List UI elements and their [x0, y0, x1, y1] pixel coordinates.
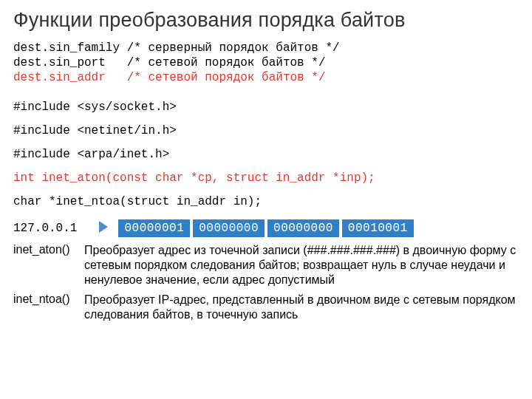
- definition-term: inet_aton(): [13, 243, 84, 256]
- byte-cell: 00000001: [118, 219, 190, 237]
- ip-conversion-row: 127.0.0.1 00000001 00000000 00000000 000…: [13, 219, 519, 237]
- byte-cell: 00000000: [267, 219, 339, 237]
- ip-string: 127.0.0.1: [13, 222, 77, 235]
- struct-comment: /* серверный порядок байтов */: [127, 41, 340, 55]
- struct-line: dest.sin_addr /* сетевой порядок байтов …: [13, 70, 519, 85]
- definition-text: Преобразует IP-адрес, представленный в д…: [84, 293, 519, 322]
- struct-line: dest.sin_family /* серверный порядок бай…: [13, 41, 519, 55]
- signature-ntoa: char *inet_ntoa(struct in_addr in);: [13, 194, 519, 209]
- struct-field: dest.sin_port: [13, 56, 120, 69]
- arrow-icon: [99, 221, 108, 233]
- definition-term: inet_ntoa(): [13, 293, 84, 306]
- struct-field: dest.sin_addr: [13, 71, 120, 84]
- struct-comment: /* сетевой порядок байтов */: [127, 71, 326, 84]
- definition-text: Преобразует адрес из точечной записи (##…: [84, 243, 519, 287]
- definition-row: inet_ntoa() Преобразует IP-адрес, предст…: [13, 293, 519, 322]
- include-line: #include <netinet/in.h>: [13, 123, 519, 138]
- byte-cell: 00000000: [193, 219, 265, 237]
- struct-field: dest.sin_family: [13, 41, 120, 55]
- includes-block: #include <sys/socket.h> #include <netine…: [13, 100, 519, 162]
- bytes-group: 00000001 00000000 00000000 00010001: [118, 219, 413, 237]
- struct-block: dest.sin_family /* серверный порядок бай…: [13, 41, 519, 85]
- struct-line: dest.sin_port /* сетевой порядок байтов …: [13, 55, 519, 70]
- definition-row: inet_aton() Преобразует адрес из точечно…: [13, 243, 519, 287]
- include-line: #include <sys/socket.h>: [13, 100, 519, 115]
- signature-aton: int inet_aton(const char *cp, struct in_…: [13, 171, 519, 185]
- include-line: #include <arpa/inet.h>: [13, 147, 519, 162]
- struct-comment: /* сетевой порядок байтов */: [127, 56, 326, 69]
- definitions: inet_aton() Преобразует адрес из точечно…: [13, 243, 519, 322]
- byte-cell: 00010001: [342, 219, 414, 237]
- page-title: Функции преобразования порядка байтов: [13, 9, 519, 32]
